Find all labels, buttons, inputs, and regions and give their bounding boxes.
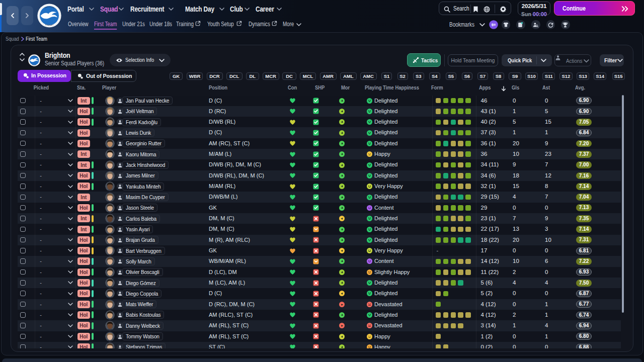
svg-text:9+: 9+ [492, 22, 496, 27]
